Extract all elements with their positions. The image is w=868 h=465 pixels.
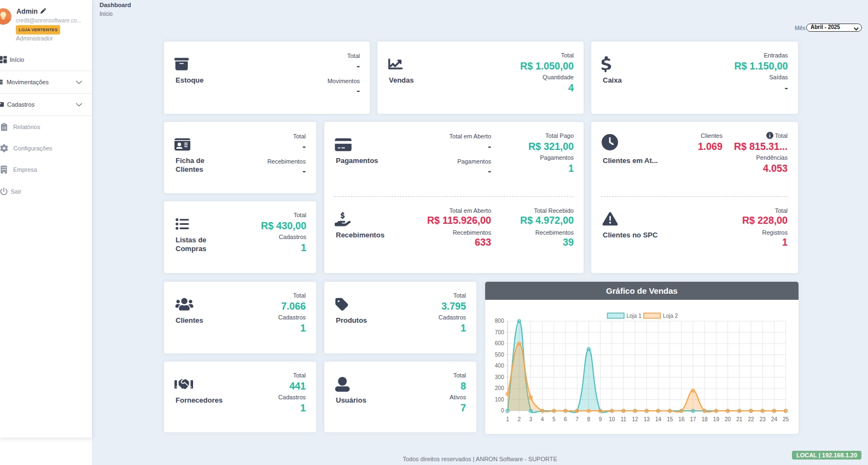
svg-text:12: 12 — [632, 416, 639, 422]
svg-text:17: 17 — [690, 416, 696, 422]
svg-text:16: 16 — [678, 416, 685, 422]
svg-text:4: 4 — [541, 416, 544, 422]
svg-text:700: 700 — [495, 329, 504, 335]
svg-text:23: 23 — [760, 416, 766, 422]
svg-text:20: 20 — [725, 416, 731, 422]
svg-text:19: 19 — [713, 416, 720, 422]
svg-text:21: 21 — [736, 416, 743, 422]
svg-text:5: 5 — [552, 416, 556, 422]
svg-text:3: 3 — [529, 416, 533, 422]
svg-text:15: 15 — [667, 416, 673, 422]
svg-text:11: 11 — [621, 416, 627, 422]
svg-text:Loja 1: Loja 1 — [627, 313, 642, 319]
svg-text:200: 200 — [495, 385, 504, 391]
svg-text:22: 22 — [748, 416, 754, 422]
svg-text:25: 25 — [783, 416, 789, 422]
svg-text:13: 13 — [644, 416, 650, 422]
svg-text:100: 100 — [495, 397, 504, 403]
svg-text:500: 500 — [495, 352, 504, 358]
svg-text:800: 800 — [495, 318, 504, 324]
svg-text:6: 6 — [564, 416, 567, 422]
svg-text:400: 400 — [495, 363, 504, 369]
svg-text:24: 24 — [771, 416, 778, 422]
svg-text:10: 10 — [609, 416, 615, 422]
svg-text:18: 18 — [702, 416, 708, 422]
svg-text:0: 0 — [501, 408, 504, 414]
svg-text:14: 14 — [655, 416, 662, 422]
svg-text:1: 1 — [506, 416, 509, 422]
svg-text:8: 8 — [587, 416, 591, 422]
svg-text:Loja 2: Loja 2 — [663, 313, 678, 319]
svg-text:300: 300 — [495, 374, 504, 380]
svg-text:2: 2 — [517, 416, 521, 422]
svg-text:7: 7 — [575, 416, 579, 422]
svg-text:9: 9 — [599, 416, 602, 422]
svg-text:600: 600 — [495, 340, 504, 346]
